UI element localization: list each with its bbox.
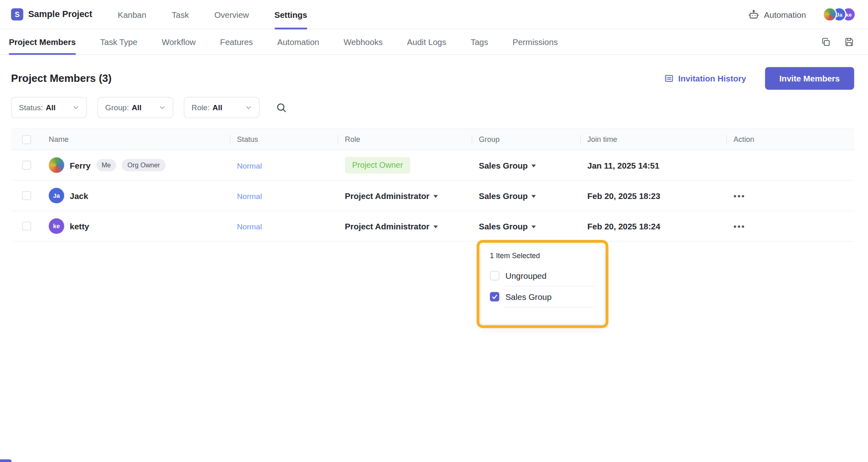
- group-dropdown-summary: 1 Item Selected: [490, 252, 595, 260]
- status-badge: Normal: [237, 222, 262, 231]
- app-window: S Sample Project Kanban Task Overview Se…: [0, 0, 868, 462]
- column-header-join-time: Join time: [580, 129, 726, 150]
- table-row-jack: Ja Jack Normal Project Administrator Sal…: [11, 181, 854, 211]
- tab-task-type[interactable]: Task Type: [100, 29, 137, 55]
- table-row-ketty: ke ketty Normal Project Administrator Sa…: [11, 211, 854, 242]
- chevron-down-icon: [245, 104, 252, 111]
- role-filter[interactable]: Role: All: [184, 97, 260, 118]
- group-select[interactable]: Sales Group: [479, 160, 536, 170]
- checkbox-checked[interactable]: [490, 292, 499, 302]
- column-header-status: Status: [230, 129, 338, 150]
- group-select[interactable]: Sales Group: [479, 191, 536, 200]
- join-time: Feb 20, 2025 18:23: [580, 191, 726, 200]
- status-filter-value: All: [46, 103, 55, 112]
- group-option-ungrouped[interactable]: Ungrouped: [490, 265, 595, 286]
- group-select-value: Sales Group: [479, 160, 528, 170]
- project-name: Sample Project: [28, 9, 92, 19]
- join-time: Feb 20, 2025 18:24: [580, 221, 726, 231]
- copy-icon: [821, 37, 831, 47]
- nav-task[interactable]: Task: [172, 0, 189, 29]
- avatar-ferry: [49, 157, 64, 173]
- caret-down-icon: [532, 164, 536, 167]
- caret-down-icon: [532, 195, 536, 198]
- role-owner-badge: Project Owner: [345, 157, 410, 173]
- role-filter-value: All: [213, 103, 222, 112]
- status-badge: Normal: [237, 161, 262, 170]
- automation-button[interactable]: Automation: [748, 9, 806, 20]
- top-navbar: S Sample Project Kanban Task Overview Se…: [0, 0, 868, 29]
- row-checkbox[interactable]: [22, 222, 31, 231]
- avatar-ketty: ke: [49, 218, 64, 234]
- more-actions-button[interactable]: •••: [734, 221, 746, 231]
- group-select-value: Sales Group: [479, 221, 528, 231]
- save-config-button[interactable]: [844, 37, 854, 47]
- tab-tags[interactable]: Tags: [470, 29, 488, 55]
- role-select-value: Project Administrator: [345, 191, 430, 200]
- page-header: Project Members (3) Invitation History I…: [11, 67, 854, 90]
- status-filter[interactable]: Status: All: [11, 97, 87, 118]
- tab-audit-logs[interactable]: Audit Logs: [407, 29, 446, 55]
- tab-project-members[interactable]: Project Members: [9, 29, 76, 55]
- org-owner-badge: Org Owner: [122, 159, 166, 171]
- tab-webhooks[interactable]: Webhooks: [344, 29, 383, 55]
- more-actions-button[interactable]: •••: [734, 191, 746, 200]
- nav-kanban[interactable]: Kanban: [118, 0, 147, 29]
- invitation-history-icon: [664, 74, 674, 83]
- caret-down-icon: [433, 225, 438, 228]
- table-row-ferry: Ferry Me Org Owner Normal Project Owner …: [11, 150, 854, 181]
- caret-down-icon: [433, 195, 438, 198]
- members-table: Name Status Role Group Join time Action …: [11, 128, 854, 242]
- member-name: Ferry: [70, 160, 90, 170]
- row-checkbox[interactable]: [22, 161, 31, 170]
- checkbox-unchecked[interactable]: [490, 271, 499, 280]
- page-title: Project Members (3): [11, 72, 111, 84]
- role-filter-label: Role:: [191, 103, 210, 112]
- group-dropdown: 1 Item Selected Ungrouped Sales Group: [481, 244, 604, 324]
- me-badge: Me: [96, 159, 116, 171]
- search-button[interactable]: [276, 102, 287, 113]
- automation-label: Automation: [764, 10, 806, 19]
- chevron-down-icon: [159, 104, 165, 111]
- table-header: Name Status Role Group Join time Action: [11, 129, 854, 150]
- tab-automation[interactable]: Automation: [277, 29, 319, 55]
- invite-members-button[interactable]: Invite Members: [765, 67, 854, 90]
- group-option-sales-group[interactable]: Sales Group: [490, 287, 595, 307]
- select-all-checkbox[interactable]: [22, 135, 31, 144]
- settings-tabbar: Project Members Task Type Workflow Featu…: [0, 29, 868, 55]
- column-header-group: Group: [472, 129, 580, 150]
- avatar-group[interactable]: Ja ke: [823, 7, 856, 22]
- robot-icon: [748, 9, 760, 20]
- search-icon: [276, 102, 287, 113]
- group-select[interactable]: Sales Group: [479, 221, 536, 231]
- role-select[interactable]: Project Administrator: [345, 191, 438, 200]
- group-filter-label: Group:: [105, 103, 129, 112]
- avatar-ferry: [823, 7, 837, 22]
- member-name: ketty: [70, 221, 89, 231]
- row-checkbox[interactable]: [22, 191, 31, 200]
- status-filter-label: Status:: [19, 103, 43, 112]
- divider: [505, 307, 595, 308]
- role-select-value: Project Administrator: [345, 221, 430, 231]
- member-name: Jack: [70, 191, 88, 200]
- top-nav: Kanban Task Overview Settings: [118, 0, 307, 29]
- group-option-label: Ungrouped: [505, 271, 547, 280]
- tab-features[interactable]: Features: [220, 29, 253, 55]
- tabbar-icons: [821, 37, 854, 47]
- duplicate-config-button[interactable]: [821, 37, 831, 47]
- column-header-role: Role: [338, 129, 472, 150]
- avatar-jack: Ja: [49, 188, 64, 203]
- column-header-action: Action: [726, 129, 854, 150]
- tab-permissions[interactable]: Permissions: [513, 29, 558, 55]
- chevron-down-icon: [72, 104, 79, 111]
- brand: S Sample Project: [11, 9, 92, 21]
- role-select[interactable]: Project Administrator: [345, 221, 438, 231]
- topbar-right: Automation Ja ke: [748, 7, 855, 22]
- invitation-history-link[interactable]: Invitation History: [664, 74, 746, 83]
- nav-settings[interactable]: Settings: [274, 0, 307, 29]
- tab-workflow[interactable]: Workflow: [162, 29, 196, 55]
- nav-overview[interactable]: Overview: [214, 0, 249, 29]
- project-logo[interactable]: S: [11, 9, 23, 21]
- filter-bar: Status: All Group: All Role: All: [11, 97, 857, 118]
- group-filter[interactable]: Group: All: [98, 97, 173, 118]
- invitation-history-label: Invitation History: [678, 74, 746, 83]
